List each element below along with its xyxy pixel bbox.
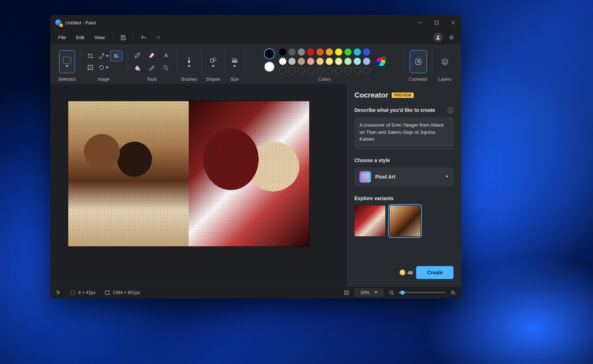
group-cocreator: Cocreator — [404, 47, 432, 82]
custom-color-slot[interactable] — [344, 67, 352, 74]
style-name: Pixel Art — [375, 174, 441, 180]
picker-tool[interactable] — [145, 62, 158, 74]
selection-tool[interactable] — [59, 50, 75, 73]
svg-rect-19 — [345, 290, 349, 294]
svg-point-5 — [450, 36, 452, 38]
paint-app-icon — [55, 19, 62, 26]
color-swatch[interactable] — [288, 48, 296, 56]
svg-point-4 — [437, 36, 439, 37]
color-swatch[interactable] — [344, 58, 352, 65]
pencil-tool[interactable] — [131, 49, 144, 61]
group-label: Colors — [318, 77, 331, 82]
brush-tool[interactable] — [183, 55, 195, 68]
remove-bg-tool[interactable] — [84, 62, 97, 73]
variant-1[interactable] — [354, 205, 385, 236]
profile-button[interactable] — [433, 33, 443, 42]
create-button[interactable]: Create — [416, 266, 453, 279]
text-tool[interactable] — [160, 49, 173, 61]
zoom-value: 50% — [361, 290, 370, 295]
layers-button[interactable] — [436, 50, 453, 73]
image-layers-tool[interactable] — [110, 51, 122, 61]
custom-color-slot[interactable] — [307, 67, 314, 74]
zoom-in-button[interactable] — [451, 290, 456, 295]
color-swatch[interactable] — [335, 58, 342, 65]
color-swatch[interactable] — [279, 58, 286, 65]
canvas-viewport[interactable] — [50, 84, 347, 286]
group-label: Cocreator — [409, 77, 428, 82]
custom-color-slot[interactable] — [326, 67, 333, 74]
content-area: Cocreator PREVIEW Describe what you'd li… — [50, 84, 461, 286]
zoom-out-button[interactable] — [389, 290, 394, 295]
eraser-tool[interactable] — [145, 49, 158, 61]
resize-tool[interactable] — [97, 51, 109, 61]
panel-title: Cocreator — [354, 91, 388, 99]
style-select[interactable]: Pixel Art — [354, 167, 453, 186]
menu-edit[interactable]: Edit — [72, 33, 89, 42]
menu-file[interactable]: File — [54, 33, 70, 42]
minimize-button[interactable] — [412, 15, 428, 30]
maximize-button[interactable] — [428, 15, 445, 30]
menu-view[interactable]: View — [90, 33, 109, 42]
describe-label: Describe what you'd like to create — [354, 107, 435, 113]
color-swatch[interactable] — [363, 58, 370, 65]
prompt-input[interactable]: A crossover of Eren Yaeger from Attack o… — [354, 117, 453, 147]
canvas[interactable] — [68, 101, 309, 246]
custom-color-slot[interactable] — [279, 67, 286, 74]
custom-color-slot[interactable] — [288, 67, 296, 74]
color-swatch[interactable] — [326, 58, 333, 65]
color-swatch[interactable] — [307, 48, 314, 56]
magnifier-tool[interactable] — [160, 62, 173, 74]
color-swatch[interactable] — [354, 48, 361, 56]
variants-label: Explore variants — [354, 195, 394, 201]
undo-button[interactable] — [137, 32, 150, 43]
svg-point-9 — [139, 69, 140, 71]
color-swatch[interactable] — [335, 48, 342, 56]
chevron-down-icon — [446, 176, 448, 178]
custom-color-slot[interactable] — [354, 67, 361, 74]
color-swatch[interactable] — [298, 48, 305, 56]
color-1[interactable] — [264, 48, 275, 59]
edit-colors-button[interactable] — [377, 57, 385, 66]
color-palette — [279, 48, 371, 75]
coin-icon — [400, 270, 405, 275]
ribbon: Selection Image — [50, 44, 461, 84]
color-swatch[interactable] — [326, 48, 333, 56]
close-button[interactable] — [445, 15, 461, 30]
color-swatch[interactable] — [307, 58, 314, 65]
separator — [133, 33, 133, 41]
color-swatch[interactable] — [279, 48, 286, 56]
size-tool[interactable] — [229, 55, 240, 68]
titlebar: Untitled - Paint — [50, 15, 461, 30]
zoom-select[interactable]: 50% — [354, 288, 384, 297]
variant-2-selected[interactable] — [390, 205, 420, 236]
shapes-tool[interactable] — [207, 55, 219, 68]
help-icon[interactable]: i — [448, 107, 453, 113]
rotate-tool[interactable] — [97, 62, 109, 73]
custom-color-slot[interactable] — [335, 67, 342, 74]
fit-screen-button[interactable] — [344, 290, 349, 295]
svg-point-20 — [346, 292, 347, 293]
settings-button[interactable] — [445, 32, 458, 43]
zoom-slider[interactable] — [399, 292, 446, 293]
fill-tool[interactable] — [131, 62, 144, 74]
color-swatch[interactable] — [316, 58, 324, 65]
credits-count: 48 — [408, 270, 413, 275]
color-2[interactable] — [264, 61, 275, 72]
custom-color-slot[interactable] — [363, 67, 370, 74]
custom-color-slot[interactable] — [316, 67, 324, 74]
cocreator-button[interactable] — [410, 50, 427, 73]
crop-tool[interactable] — [84, 51, 97, 61]
color-swatch[interactable] — [316, 48, 324, 56]
color-swatch[interactable] — [363, 48, 370, 56]
color-swatch[interactable] — [288, 58, 296, 65]
canvas-image-right — [189, 101, 309, 246]
svg-rect-6 — [114, 54, 118, 58]
color-swatch[interactable] — [344, 48, 352, 56]
style-thumb-icon — [359, 171, 371, 183]
color-swatch[interactable] — [354, 58, 361, 65]
color-swatch[interactable] — [298, 58, 305, 65]
group-layers: Layers — [432, 47, 458, 82]
save-button[interactable] — [117, 32, 130, 43]
custom-color-slot[interactable] — [298, 67, 305, 74]
redo-button[interactable] — [151, 32, 164, 43]
